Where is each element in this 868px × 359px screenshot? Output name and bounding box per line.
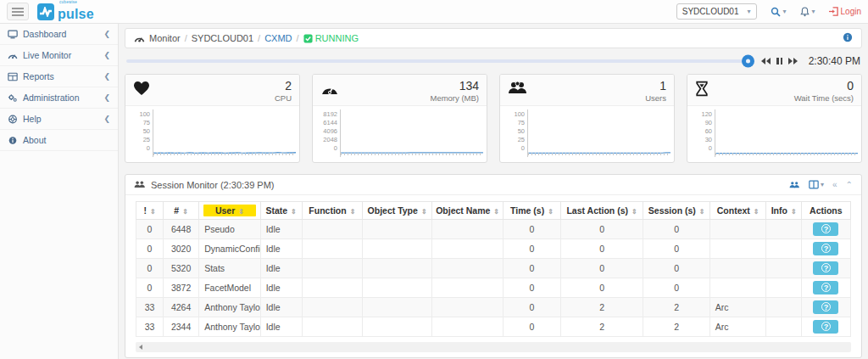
y-axis-tick-label: 0 [521, 144, 525, 152]
sidebar-item-administration[interactable]: Administration ❮ [0, 87, 118, 109]
wait-time-value: 0 [794, 81, 854, 92]
memory-label: Memory (MB) [430, 93, 479, 103]
step-forward-button[interactable] [788, 58, 798, 65]
sidebar-item-live-monitor[interactable]: Live Monitor ❮ [0, 45, 118, 66]
timeline-slider-handle[interactable] [742, 55, 754, 68]
column-header-last-action-s-[interactable]: Last Action (s)⇕ [560, 202, 643, 220]
column-header-function[interactable]: Function⇕ [302, 202, 363, 220]
table-row[interactable]: 05320StatsIdle000? [136, 259, 851, 278]
sidebar-item-about[interactable]: About [0, 130, 118, 151]
table-cell: 2 [560, 298, 643, 317]
sidebar-item-dashboard[interactable]: Dashboard ❮ [0, 24, 118, 45]
server-select-value: SYDCLOUD01 [682, 7, 739, 16]
users-group-icon [134, 180, 146, 189]
column-header-context[interactable]: Context⇕ [709, 202, 766, 220]
users-label: Users [645, 93, 666, 103]
stat-cards-row: 2 CPU 1007550250 134 Memory (MB) [125, 74, 862, 163]
column-header-actions: Actions [801, 202, 850, 220]
table-cell [709, 278, 766, 298]
horizontal-scrollbar[interactable] [136, 342, 851, 352]
table-cell: Idle [260, 278, 302, 298]
sidebar-item-label: Live Monitor [23, 50, 71, 60]
column-header-time-s-[interactable]: Time (s)⇕ [504, 202, 560, 220]
table-cell [766, 298, 801, 317]
table-cell: 0 [560, 220, 643, 239]
question-circle-icon: ? [821, 263, 831, 272]
breadcrumb-info-button[interactable] [843, 32, 853, 44]
sidebar-item-help[interactable]: Help ❮ [0, 109, 118, 130]
table-row[interactable]: 06448PseudoIdle000? [136, 220, 851, 239]
column-header-object-name[interactable]: Object Name⇕ [431, 202, 503, 220]
table-row[interactable]: 332344Anthony TaylorIdle022Arc? [136, 317, 851, 337]
sort-icon: ⇕ [791, 208, 797, 216]
cpu-sparkline: 1007550250 [125, 106, 299, 162]
login-button[interactable]: Login [829, 7, 861, 16]
table-row[interactable]: 03872FacetModelIdle000? [136, 278, 851, 298]
brand-name: pulse [58, 8, 94, 20]
y-axis-tick-label: 100 [139, 110, 150, 118]
table-cell: 0 [504, 278, 560, 298]
notifications-button[interactable]: ▾ [800, 7, 815, 17]
table-cell [302, 259, 363, 278]
column-header-info[interactable]: Info⇕ [766, 202, 801, 220]
sort-icon: ⇕ [350, 208, 356, 216]
breadcrumb-instance-link[interactable]: CXMD [264, 33, 292, 43]
column-header-label: ! [143, 205, 147, 216]
actions-cell: ? [801, 317, 850, 337]
session-info-button[interactable]: ? [813, 261, 838, 275]
table-cell: Pseudo [199, 220, 260, 239]
question-circle-icon: ? [821, 244, 831, 253]
chevron-down-icon: ▾ [783, 8, 787, 15]
table-cell: 0 [136, 220, 164, 239]
column-header-session-s-[interactable]: Session (s)⇕ [643, 202, 709, 220]
users-icon [789, 181, 800, 189]
app-logo[interactable]: cubewise pulse [37, 3, 94, 20]
session-info-button[interactable]: ? [813, 281, 838, 294]
y-axis-tick-label: 75 [143, 119, 150, 126]
cpu-card: 2 CPU 1007550250 [125, 74, 300, 163]
session-info-button[interactable]: ? [813, 222, 838, 236]
hamburger-menu-button[interactable] [7, 3, 29, 20]
column-header-user[interactable]: User⇕ [199, 202, 260, 220]
sidebar-item-label: Reports [23, 71, 54, 81]
column-header-object-type[interactable]: Object Type⇕ [363, 202, 432, 220]
table-row[interactable]: 03020DynamicConfigIdle000? [136, 239, 851, 259]
table-cell: 0 [643, 278, 709, 298]
y-axis-tick-label: 60 [705, 127, 712, 135]
table-cell [766, 220, 801, 239]
search-button[interactable]: ▾ [771, 7, 787, 17]
top-navbar: cubewise pulse SYDCLOUD01 ▾ ▾ ▾ Login [0, 0, 868, 24]
sidebar-item-reports[interactable]: Reports ❮ [0, 66, 118, 87]
step-backward-button[interactable] [761, 58, 771, 65]
column-header-label: Function [309, 205, 346, 216]
brand-super-text: cubewise [59, 0, 77, 4]
heart-icon [133, 81, 150, 96]
memory-value: 134 [430, 81, 479, 92]
server-select[interactable]: SYDCLOUD01 ▾ [676, 3, 757, 20]
table-cell: 2344 [164, 317, 199, 337]
breadcrumb-separator: / [258, 33, 260, 43]
sort-icon: ⇕ [421, 208, 427, 216]
collapse-up-button[interactable]: ⌃ [846, 180, 853, 189]
table-cell [363, 259, 432, 278]
gauge-icon [8, 51, 18, 60]
collapse-left-button[interactable]: « [832, 180, 837, 189]
table-row[interactable]: 334264Anthony TaylorIdle022Arc? [136, 298, 851, 317]
table-cell: 0 [504, 239, 560, 259]
session-info-button[interactable]: ? [813, 300, 838, 314]
info-circle-icon [843, 32, 853, 42]
sort-icon: ⇕ [754, 208, 760, 216]
column-picker-button[interactable]: ▾ [809, 180, 824, 189]
session-info-button[interactable]: ? [813, 242, 838, 255]
table-cell [431, 259, 503, 278]
session-users-filter-button[interactable] [789, 181, 800, 189]
table-cell: Idle [260, 259, 302, 278]
sort-icon: ⇕ [182, 208, 188, 216]
column-header--[interactable]: !⇕ [136, 202, 164, 220]
column-header--[interactable]: #⇕ [164, 202, 199, 220]
session-info-button[interactable]: ? [813, 320, 838, 334]
column-header-state[interactable]: State⇕ [260, 202, 302, 220]
timeline-slider-track[interactable] [126, 59, 753, 63]
table-cell: 0 [504, 220, 560, 239]
pause-button[interactable] [776, 58, 782, 65]
